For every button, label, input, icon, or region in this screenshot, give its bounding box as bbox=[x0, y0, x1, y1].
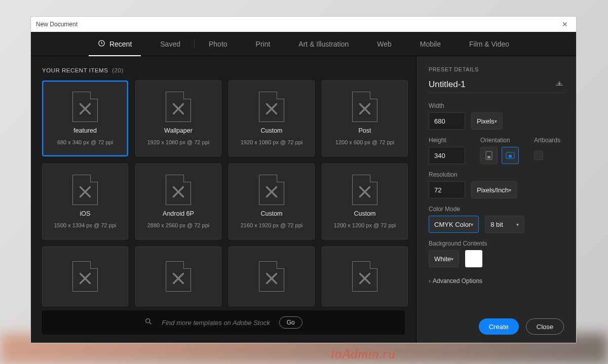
document-title-input[interactable]: Untitled-1 bbox=[429, 79, 466, 90]
preset-card[interactable] bbox=[135, 247, 221, 306]
svg-rect-3 bbox=[487, 156, 490, 158]
preset-card[interactable]: Custom1920 x 1080 px @ 72 ppi bbox=[229, 80, 315, 156]
document-icon bbox=[166, 261, 191, 292]
width-input[interactable]: 680 bbox=[429, 112, 465, 130]
tab-photo[interactable]: Photo bbox=[195, 32, 242, 56]
preset-name: Custom bbox=[354, 210, 375, 217]
preset-dimensions: 2160 x 1920 px @ 72 ppi bbox=[241, 222, 302, 228]
close-icon[interactable]: ✕ bbox=[559, 19, 571, 29]
preset-card[interactable] bbox=[322, 247, 408, 306]
preset-name: Custom bbox=[260, 210, 282, 217]
preset-card[interactable]: featured680 x 340 px @ 72 ppi bbox=[42, 80, 128, 156]
create-button[interactable]: Create bbox=[479, 318, 519, 335]
document-icon bbox=[72, 261, 98, 292]
tab-film-video[interactable]: Film & Video bbox=[455, 32, 523, 56]
orientation-label: Orientation bbox=[480, 137, 519, 144]
height-input[interactable]: 340 bbox=[429, 147, 465, 164]
resolution-unit-select[interactable]: Pixels/Inch▾ bbox=[471, 181, 517, 198]
save-preset-icon[interactable] bbox=[555, 80, 564, 89]
tab-saved[interactable]: Saved bbox=[146, 32, 195, 56]
search-icon bbox=[144, 317, 153, 328]
tab-web[interactable]: Web bbox=[363, 32, 406, 56]
preset-details-label: PRESET DETAILS bbox=[429, 66, 564, 72]
preset-dimensions: 1200 x 1200 px @ 72 ppi bbox=[334, 222, 396, 228]
document-icon bbox=[72, 175, 98, 205]
document-icon bbox=[166, 92, 191, 122]
document-icon bbox=[166, 175, 191, 205]
preset-card[interactable] bbox=[229, 247, 315, 306]
preset-card[interactable]: Custom1200 x 1200 px @ 72 ppi bbox=[322, 164, 408, 239]
document-icon bbox=[259, 175, 284, 205]
preset-card[interactable]: Post1200 x 600 px @ 72 ppi bbox=[322, 80, 408, 156]
document-icon bbox=[259, 261, 284, 292]
go-button[interactable]: Go bbox=[279, 316, 302, 329]
advanced-options-toggle[interactable]: Advanced Options bbox=[429, 277, 564, 285]
preset-name: featured bbox=[73, 127, 97, 134]
search-placeholder[interactable]: Find more templates on Adobe Stock bbox=[162, 319, 270, 327]
artboards-label: Artboards bbox=[534, 137, 560, 144]
title-bar: New Document ✕ bbox=[31, 17, 576, 32]
svg-rect-5 bbox=[509, 155, 512, 157]
window-title: New Document bbox=[36, 21, 78, 28]
bit-depth-select[interactable]: 8 bit▾ bbox=[485, 216, 524, 233]
preset-name: Android 6P bbox=[163, 210, 194, 217]
document-icon bbox=[352, 261, 377, 292]
stock-search-bar: Find more templates on Adobe Stock Go bbox=[42, 310, 405, 335]
preset-name: Wallpaper bbox=[164, 127, 193, 134]
preset-dimensions: 2880 x 2560 px @ 72 ppi bbox=[147, 222, 209, 228]
preset-card[interactable] bbox=[42, 247, 128, 306]
clock-icon bbox=[98, 39, 105, 49]
preset-card[interactable]: Android 6P2880 x 2560 px @ 72 ppi bbox=[135, 164, 221, 239]
artboards-checkbox[interactable] bbox=[534, 151, 543, 160]
color-mode-label: Color Mode bbox=[429, 206, 564, 213]
tab-print[interactable]: Print bbox=[242, 32, 285, 56]
svg-point-1 bbox=[146, 319, 150, 323]
preset-dimensions: 680 x 340 px @ 72 ppi bbox=[57, 139, 113, 145]
width-label: Width bbox=[429, 102, 564, 109]
preset-grid: featured680 x 340 px @ 72 ppiWallpaper19… bbox=[42, 80, 416, 306]
preset-name: Custom bbox=[260, 127, 282, 134]
preset-name: iOS bbox=[80, 210, 91, 217]
background-swatch[interactable] bbox=[465, 250, 482, 267]
width-unit-select[interactable]: Pixels▾ bbox=[471, 112, 503, 130]
preset-dimensions: 1920 x 1080 px @ 72 ppi bbox=[241, 139, 302, 145]
orientation-landscape-button[interactable] bbox=[502, 147, 519, 164]
preset-card[interactable]: iOS1500 x 1334 px @ 72 ppi bbox=[42, 164, 128, 239]
preset-card[interactable]: Wallpaper1920 x 1080 px @ 72 ppi bbox=[135, 80, 221, 156]
preset-dimensions: 1920 x 1080 px @ 72 ppi bbox=[147, 139, 209, 145]
document-icon bbox=[352, 92, 377, 122]
preset-card[interactable]: Custom2160 x 1920 px @ 72 ppi bbox=[229, 164, 315, 239]
document-icon bbox=[72, 92, 98, 122]
preset-dimensions: 1500 x 1334 px @ 72 ppi bbox=[54, 222, 116, 228]
background-label: Background Contents bbox=[429, 240, 564, 247]
document-icon bbox=[259, 92, 284, 122]
background-select[interactable]: White▾ bbox=[429, 250, 459, 267]
section-header: YOUR RECENT ITEMS (20) bbox=[42, 67, 416, 80]
tab-mobile[interactable]: Mobile bbox=[406, 32, 455, 56]
preset-dimensions: 1200 x 600 px @ 72 ppi bbox=[335, 139, 394, 145]
new-document-dialog: New Document ✕ Recent Saved Photo Print … bbox=[30, 16, 577, 343]
tab-art-illustration[interactable]: Art & Illustration bbox=[284, 32, 363, 56]
document-icon bbox=[352, 175, 377, 205]
close-button[interactable]: Close bbox=[526, 318, 564, 335]
height-label: Height bbox=[429, 137, 465, 144]
tabs-bar: Recent Saved Photo Print Art & Illustrat… bbox=[31, 32, 576, 56]
presets-panel: YOUR RECENT ITEMS (20) featured680 x 340… bbox=[31, 56, 416, 343]
color-mode-select[interactable]: CMYK Color▾ bbox=[429, 216, 479, 233]
orientation-portrait-button[interactable] bbox=[480, 147, 498, 164]
preset-details-panel: PRESET DETAILS Untitled-1 Width 680 Pixe… bbox=[416, 56, 576, 343]
resolution-input[interactable]: 72 bbox=[429, 181, 465, 198]
preset-name: Post bbox=[358, 127, 371, 134]
tab-recent[interactable]: Recent bbox=[84, 32, 146, 56]
resolution-label: Resolution bbox=[429, 171, 564, 178]
